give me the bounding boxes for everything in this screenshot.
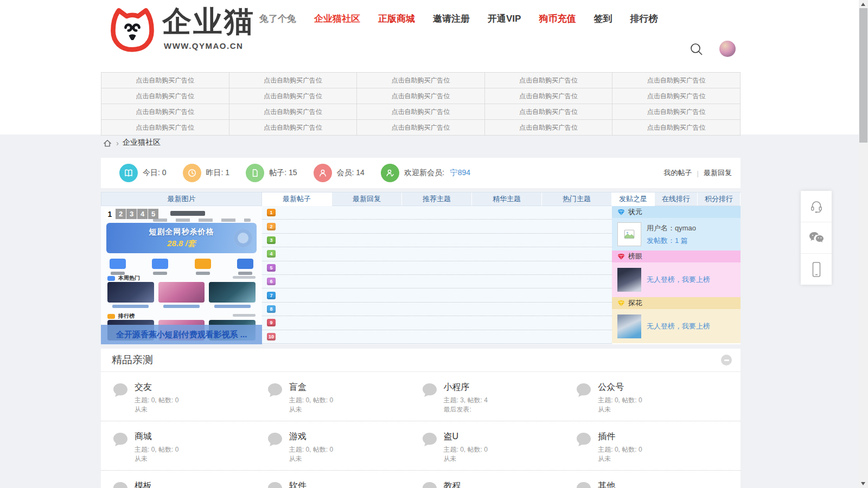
home-icon[interactable]: [103, 138, 112, 147]
speech-bubble-icon: [266, 480, 284, 488]
slide-section-rank: 排行榜: [107, 312, 135, 320]
scrollbar-thumb[interactable]: [859, 8, 867, 143]
site-url: WWW.QYMAO.CN: [164, 41, 243, 50]
rank-badge: 5: [267, 264, 276, 272]
ad-slot[interactable]: 点击自助购买广告位: [101, 88, 229, 104]
forum-section-title[interactable]: 精品亲测: [112, 353, 153, 367]
tab-recommended[interactable]: 推荐主题: [402, 192, 472, 206]
newest-member-link[interactable]: 宁894: [450, 168, 470, 178]
ad-slot[interactable]: 点击自助购买广告位: [101, 104, 229, 120]
forum-item-chajian[interactable]: 插件 主题: 0, 帖数: 0 从未: [575, 430, 730, 464]
breadcrumb-current[interactable]: 企业猫社区: [123, 138, 161, 147]
ad-slot[interactable]: 点击自助购买广告位: [485, 104, 613, 120]
post-row[interactable]: 7: [262, 288, 612, 302]
forum-item-shangcheng[interactable]: 商城 主题: 0, 帖数: 0 从未: [112, 430, 266, 464]
scroll-up-arrow[interactable]: [861, 3, 865, 6]
ad-slot[interactable]: 点击自助购买广告位: [357, 120, 485, 136]
customer-service-button[interactable]: [801, 191, 832, 222]
post-row[interactable]: 10: [262, 330, 612, 344]
ad-slot[interactable]: 点击自助购买广告位: [612, 73, 741, 88]
forum-item-qita[interactable]: 其他 主题: 0, 帖数: 0 从未: [575, 479, 730, 488]
post-row[interactable]: 9: [262, 316, 612, 330]
ad-slot[interactable]: 点击自助购买广告位: [485, 88, 613, 104]
scrollbar[interactable]: [859, 0, 868, 488]
claim-rank-link[interactable]: 无人登榜，我要上榜: [647, 275, 710, 285]
post-row[interactable]: 2: [262, 220, 612, 233]
ranking-tabs: 发贴之星 在线排行 积分排行: [612, 192, 741, 206]
slider-page-5[interactable]: 5: [148, 209, 158, 219]
post-row[interactable]: 1: [262, 206, 612, 220]
nav-item-3[interactable]: 邀请注册: [433, 12, 470, 25]
site-logo-cat-icon[interactable]: [105, 3, 159, 53]
forum-item-xiaochengxu[interactable]: 小程序 主题: 3, 帖数: 4 最后发表:: [421, 381, 576, 414]
ad-slot[interactable]: 点击自助购买广告位: [101, 73, 229, 88]
slide-app-button: [152, 259, 168, 275]
my-posts-link[interactable]: 我的帖子: [664, 168, 692, 178]
stats-quicklinks: 我的帖子 | 最新回复: [664, 158, 732, 188]
ad-slot[interactable]: 点击自助购买广告位: [229, 73, 358, 88]
stat-newest-member: 欢迎新会员: 宁894: [381, 164, 470, 182]
ad-slot[interactable]: 点击自助购买广告位: [229, 104, 358, 120]
tab-latest-posts[interactable]: 最新帖子: [262, 192, 332, 206]
tab-online-rank[interactable]: 在线排行: [655, 192, 698, 206]
post-row[interactable]: 5: [262, 261, 612, 275]
ad-slot[interactable]: 点击自助购买广告位: [229, 120, 358, 136]
stat-today-label: 今日: 0: [143, 168, 167, 178]
latest-reply-link[interactable]: 最新回复: [704, 168, 732, 178]
image-slider[interactable]: 1 2 3 4 5 短剧全网秒杀价格 28.8 /套: [101, 206, 262, 344]
forum-item-jiaocheng[interactable]: 教程 主题: 0, 帖数: 0 从未: [421, 479, 576, 488]
rank-body-bangyan: 无人登榜，我要上榜: [612, 262, 741, 297]
post-row[interactable]: 4: [262, 247, 612, 261]
tab-post-star[interactable]: 发贴之星: [612, 192, 655, 206]
user-avatar[interactable]: [719, 41, 736, 57]
slide-caption[interactable]: 全开源香蕉小短剧付费观看影视系 ...: [101, 325, 262, 344]
forum-item-youxi[interactable]: 游戏 主题: 0, 帖数: 0 从未: [266, 430, 421, 464]
tab-credit-rank[interactable]: 积分排行: [698, 192, 741, 206]
nav-item-1[interactable]: 企业猫社区: [314, 12, 360, 25]
forum-item-ruanjian[interactable]: 软件 主题: 0, 帖数: 0 从未: [266, 479, 421, 488]
avatar[interactable]: [617, 268, 641, 292]
ad-slot[interactable]: 点击自助购买广告位: [357, 73, 485, 88]
ad-slot[interactable]: 点击自助购买广告位: [357, 88, 485, 104]
ad-slot[interactable]: 点击自助购买广告位: [485, 73, 613, 88]
nav-item-4[interactable]: 开通VIP: [488, 12, 521, 25]
post-row[interactable]: 6: [262, 275, 612, 288]
rank-header-zhuangyuan: 状元: [612, 206, 741, 218]
slider-page-3[interactable]: 3: [126, 209, 137, 219]
collapse-button[interactable]: [721, 355, 732, 365]
nav-item-6[interactable]: 签到: [593, 12, 612, 25]
wechat-button[interactable]: [801, 222, 832, 254]
mobile-button[interactable]: [801, 254, 832, 285]
ad-slot[interactable]: 点击自助购买广告位: [101, 120, 229, 136]
avatar-placeholder[interactable]: [617, 222, 641, 246]
forum-item-daou[interactable]: 盗U 主题: 0, 帖数: 0 从未: [421, 430, 576, 464]
tab-latest-replies[interactable]: 最新回复: [332, 192, 402, 206]
forum-item-manghe[interactable]: 盲盒 主题: 0, 帖数: 0 从未: [266, 381, 421, 414]
ad-slot[interactable]: 点击自助购买广告位: [229, 88, 358, 104]
tab-hot[interactable]: 热门主题: [542, 192, 612, 206]
ad-slot[interactable]: 点击自助购买广告位: [612, 104, 741, 120]
slider-page-2[interactable]: 2: [116, 209, 126, 219]
nav-item-7[interactable]: 排行榜: [630, 12, 658, 25]
nav-item-0[interactable]: 兔了个兔: [259, 12, 296, 25]
post-row[interactable]: 8: [262, 303, 612, 316]
rank-username[interactable]: 用户名：qymao: [647, 223, 696, 233]
tab-digest[interactable]: 精华主题: [472, 192, 542, 206]
avatar[interactable]: [617, 314, 641, 338]
ad-slot[interactable]: 点击自助购买广告位: [357, 104, 485, 120]
ad-slot[interactable]: 点击自助购买广告位: [612, 120, 741, 136]
slider-page-1[interactable]: 1: [105, 209, 115, 219]
post-row[interactable]: 3: [262, 234, 612, 247]
nav-item-5[interactable]: 狗币充值: [539, 12, 576, 25]
ad-slot[interactable]: 点击自助购买广告位: [612, 88, 741, 104]
claim-rank-link[interactable]: 无人登榜，我要上榜: [647, 322, 710, 331]
forum-item-muban[interactable]: 模板 主题: 0, 帖数: 0 从未: [112, 479, 266, 488]
search-icon[interactable]: [689, 42, 704, 57]
forum-item-gongzhonghao[interactable]: 公众号 主题: 0, 帖数: 0 从未: [575, 381, 730, 414]
rank-postcount-link[interactable]: 发帖数：1 篇: [647, 236, 688, 246]
nav-item-2[interactable]: 正版商城: [378, 12, 415, 25]
scroll-down-arrow[interactable]: [861, 482, 865, 485]
slider-page-4[interactable]: 4: [137, 209, 148, 219]
ad-slot[interactable]: 点击自助购买广告位: [485, 120, 613, 136]
forum-item-jiaoyou[interactable]: 交友 主题: 0, 帖数: 0 从未: [112, 381, 266, 414]
